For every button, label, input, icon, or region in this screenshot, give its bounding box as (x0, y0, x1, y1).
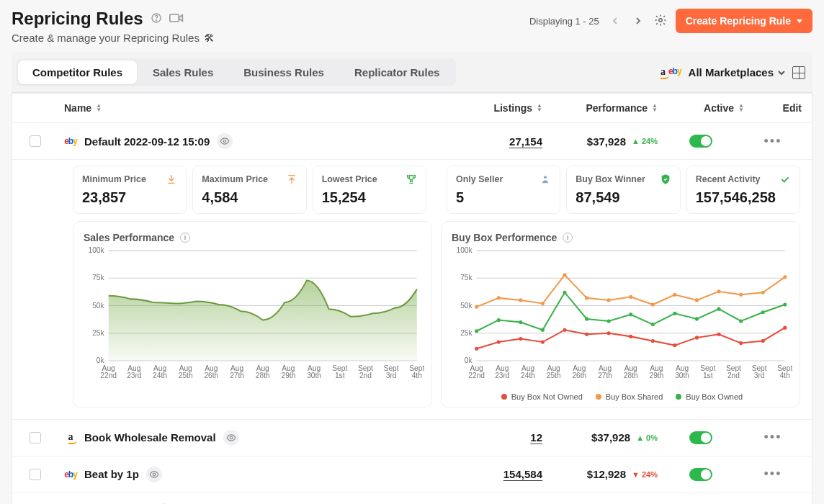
svg-point-105 (739, 293, 743, 297)
svg-point-104 (717, 289, 721, 293)
svg-point-102 (673, 293, 676, 297)
col-performance[interactable]: Performance▲▼ (542, 102, 658, 114)
amazon-icon: a (660, 66, 666, 79)
stat-label: Recent Activity (696, 174, 761, 184)
eye-icon[interactable] (223, 430, 239, 446)
svg-point-92 (783, 326, 787, 330)
stat-label: Maximum Price (202, 174, 268, 184)
sort-icon: ▲▼ (652, 104, 658, 112)
svg-point-123 (230, 436, 233, 439)
svg-text:75k: 75k (460, 274, 473, 282)
info-icon[interactable]: i (563, 233, 573, 243)
tab-business-rules[interactable]: Business Rules (229, 60, 339, 84)
row-checkbox[interactable] (30, 469, 41, 480)
svg-point-93 (475, 305, 478, 309)
buybox-chart: Buy Box Performencei 0k25k50k75k100kAug2… (441, 221, 800, 408)
row-checkbox[interactable] (30, 432, 41, 444)
svg-text:0k: 0k (465, 356, 473, 364)
platform-icon: a (64, 433, 77, 443)
video-icon[interactable] (169, 12, 184, 26)
eye-icon[interactable] (217, 133, 233, 149)
svg-point-124 (153, 473, 156, 476)
help-icon[interactable] (151, 12, 162, 26)
svg-point-81 (541, 340, 545, 343)
page-prev-icon[interactable] (608, 14, 622, 28)
svg-point-3 (658, 18, 662, 22)
svg-text:1st: 1st (335, 372, 345, 379)
svg-text:100k: 100k (456, 246, 473, 254)
svg-text:100k: 100k (88, 246, 104, 254)
eye-icon[interactable] (146, 467, 162, 482)
info-icon[interactable]: i (180, 233, 190, 243)
col-name[interactable]: Name▲▼ (64, 102, 442, 114)
svg-text:22nd: 22nd (468, 372, 485, 379)
chevron-down-icon (778, 69, 785, 76)
svg-text:25th: 25th (179, 372, 193, 379)
row-checkbox[interactable] (30, 135, 41, 147)
svg-point-106 (761, 291, 765, 294)
listings-value[interactable]: 154,584 (442, 468, 542, 480)
svg-point-122 (783, 302, 787, 306)
stat-card: Only Seller 5 (447, 166, 560, 214)
stat-value: 23,857 (82, 189, 177, 206)
row-actions-icon[interactable]: ••• (744, 467, 802, 482)
svg-text:0k: 0k (97, 356, 105, 364)
table-row: eby Beat by 1p 154,584 $12,928 ▼ 24% ••• (12, 456, 812, 493)
svg-text:27th: 27th (598, 372, 612, 379)
settings-icon[interactable] (654, 14, 667, 29)
page-next-icon[interactable] (631, 14, 645, 28)
active-toggle[interactable] (689, 431, 712, 444)
col-active[interactable]: Active▲▼ (658, 102, 744, 114)
create-rule-button[interactable]: Create Repricing Rule (676, 9, 812, 33)
row-actions-icon[interactable]: ••• (744, 134, 802, 149)
stat-label: Lowest Price (322, 174, 377, 184)
sort-icon: ▲▼ (738, 104, 744, 112)
svg-text:50k: 50k (460, 302, 473, 310)
table-row: eby Default 2022-09-12 15:09 27,154 $37,… (12, 123, 812, 160)
grid-view-icon[interactable] (792, 66, 805, 79)
svg-text:28th: 28th (256, 372, 270, 379)
svg-text:1st: 1st (703, 372, 713, 379)
rule-name[interactable]: Default 2022-09-12 15:09 (84, 135, 210, 148)
rules-panel: Name▲▼ Listings▲▼ Performance▲▼ Active▲▼… (12, 93, 812, 504)
svg-point-78 (475, 347, 478, 351)
col-listings[interactable]: Listings▲▼ (442, 102, 542, 114)
active-toggle[interactable] (689, 468, 712, 481)
rule-name[interactable]: Beat by 1p (84, 468, 139, 480)
svg-point-84 (607, 331, 611, 335)
platform-icon: eby (64, 469, 77, 480)
stat-value: 5 (456, 189, 551, 206)
sort-icon: ▲▼ (537, 104, 542, 112)
sales-chart: Sales Performancei 0k25k50k75k100kAug22n… (73, 221, 432, 408)
svg-text:22nd: 22nd (100, 372, 117, 379)
svg-point-79 (497, 340, 501, 343)
active-toggle[interactable] (689, 135, 712, 148)
svg-rect-2 (170, 14, 179, 22)
tabs-bar: Competitor RulesSales RulesBusiness Rule… (12, 53, 812, 93)
marketplaces-dropdown[interactable]: All Marketplaces (689, 66, 785, 78)
upload-icon (286, 174, 297, 185)
tab-sales-rules[interactable]: Sales Rules (138, 60, 228, 84)
row-actions-icon[interactable]: ••• (744, 430, 802, 445)
svg-point-100 (629, 295, 632, 299)
svg-point-95 (519, 298, 522, 302)
caret-down-icon (797, 19, 802, 23)
svg-point-112 (563, 291, 566, 294)
listings-value[interactable]: 27,154 (442, 135, 542, 148)
page-header: Repricing Rules Create & manage your Rep… (12, 6, 812, 53)
person-icon (539, 174, 551, 185)
ebay-icon: eby (64, 136, 77, 146)
stat-card: Maximum Price 4,584 (192, 166, 306, 214)
svg-point-88 (695, 336, 699, 339)
svg-text:30th: 30th (675, 372, 689, 379)
svg-text:3rd: 3rd (754, 372, 765, 379)
svg-text:24th: 24th (521, 372, 535, 379)
svg-text:29th: 29th (649, 372, 663, 379)
listings-value[interactable]: 12 (442, 431, 542, 444)
tab-competitor-rules[interactable]: Competitor Rules (18, 60, 137, 84)
svg-point-1 (156, 19, 156, 20)
rule-name[interactable]: Book Wholesale Removal (84, 431, 216, 444)
tab-replicator-rules[interactable]: Replicator Rules (340, 60, 454, 84)
svg-point-86 (651, 339, 655, 343)
check-icon (779, 174, 791, 185)
